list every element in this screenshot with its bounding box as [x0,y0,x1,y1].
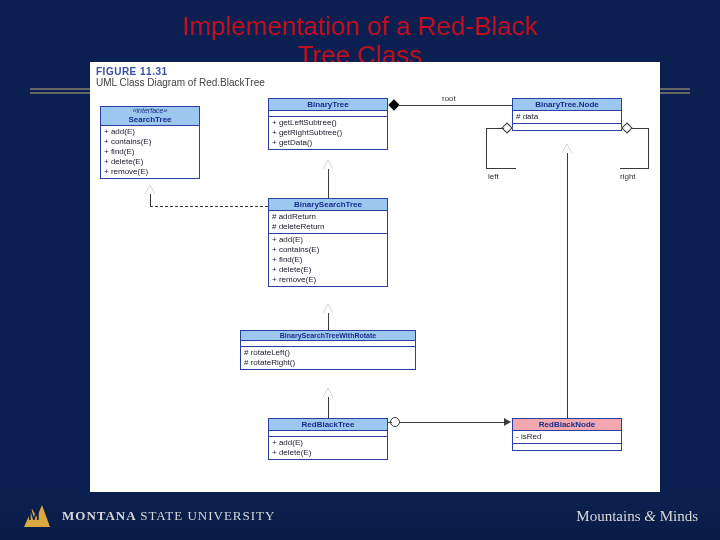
tag-1: Mountains [576,508,644,524]
realization-arrow-icon [145,185,155,194]
method: + remove(E) [104,167,196,177]
university-name: MONTANA STATE UNIVERSITY [62,508,275,524]
tag-2: Minds [656,508,698,524]
ampersand-icon: & [644,508,656,524]
method: + add(E) [272,235,384,245]
gen-line [567,153,568,418]
method: + find(E) [104,147,196,157]
uml-figure: FIGURE 11.31 UML Class Diagram of Red.Bl… [90,62,660,494]
class-binarytree-node: BinaryTree.Node # data [512,98,622,131]
method: # rotateRight() [244,358,412,368]
method: + contains(E) [272,245,384,255]
gen-line [328,169,329,198]
method: + getRightSubtree() [272,128,384,138]
footer-left: M MONTANA STATE UNIVERSITY [22,501,275,531]
class-name: BinarySearchTree [269,199,387,211]
method: + find(E) [272,255,384,265]
assoc-line [398,105,512,106]
method: + remove(E) [272,275,384,285]
assoc-line [632,128,648,129]
title-line-1: Implementation of a Red-Black [182,11,538,41]
uni-bold: MONTANA [62,508,140,523]
slide-title: Implementation of a Red-Black Tree Class [0,0,720,69]
aggregation-diamond-icon [621,122,632,133]
assoc-label-left: left [488,172,499,181]
class-searchtree: «interface» SearchTree + add(E) + contai… [100,106,200,179]
class-binarytree: BinaryTree + getLeftSubtree() + getRight… [268,98,388,150]
assoc-line [486,128,487,168]
gen-line [328,397,329,418]
method: + contains(E) [104,137,196,147]
gen-line [150,194,151,206]
class-bst: BinarySearchTree # addReturn # deleteRet… [268,198,388,287]
field: # data [516,112,618,122]
generalization-arrow-icon [562,144,572,153]
class-name: BinarySearchTreeWithRotate [241,331,415,341]
class-rbt: RedBlackTree + add(E) + delete(E) [268,418,388,460]
figure-caption: UML Class Diagram of Red.BlackTree [90,77,660,92]
assoc-line [486,128,504,129]
class-name: RedBlackNode [513,419,621,431]
gen-line [328,313,329,330]
class-rbn: RedBlackNode - isRed [512,418,622,451]
method: + delete(E) [272,448,384,458]
assoc-line [388,422,392,423]
class-bst-rotate: BinarySearchTreeWithRotate # rotateLeft(… [240,330,416,370]
arrowhead-icon [504,418,511,426]
method: + add(E) [104,127,196,137]
method: + delete(E) [104,157,196,167]
method: # rotateLeft() [244,348,412,358]
generalization-arrow-icon [323,304,333,313]
class-name: BinaryTree.Node [513,99,621,111]
stereotype: «interface» [101,107,199,114]
class-name: SearchTree [101,114,199,126]
class-name: RedBlackTree [269,419,387,431]
field: # addReturn [272,212,384,222]
msu-logo-icon: M [22,501,52,531]
field: - isRed [516,432,618,442]
figure-number: FIGURE 11.31 [90,62,660,77]
generalization-arrow-icon [323,388,333,397]
field: # deleteReturn [272,222,384,232]
assoc-line [486,168,516,169]
footer-tagline: Mountains & Minds [576,508,698,525]
method: + getLeftSubtree() [272,118,384,128]
method: + getData() [272,138,384,148]
footer: M MONTANA STATE UNIVERSITY Mountains & M… [0,492,720,540]
generalization-arrow-icon [323,160,333,169]
method: + delete(E) [272,265,384,275]
assoc-label-root: root [442,94,456,103]
assoc-label-right: right [620,172,636,181]
class-name: BinaryTree [269,99,387,111]
realization-line [150,206,268,207]
assoc-line [620,168,649,169]
assoc-line [648,128,649,168]
uni-rest: STATE UNIVERSITY [140,508,275,523]
assoc-line [400,422,504,423]
method: + add(E) [272,438,384,448]
